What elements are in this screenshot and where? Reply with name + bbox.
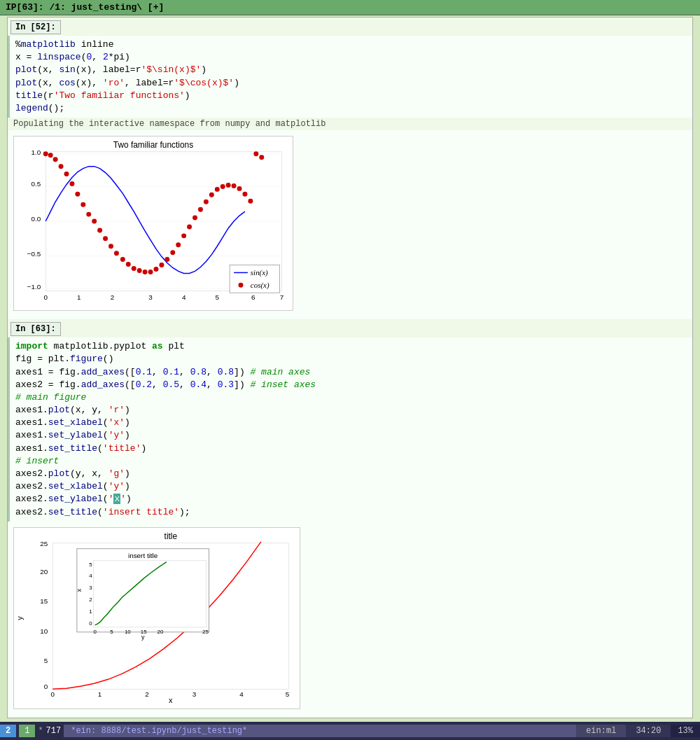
svg-text:10: 10 bbox=[125, 629, 131, 635]
svg-text:0.5: 0.5 bbox=[31, 181, 41, 188]
cell-52: In [52]: %matplotlib inline x = linspace… bbox=[8, 18, 692, 118]
svg-point-36 bbox=[126, 262, 131, 267]
status-file: *ein: 8888/test.ipynb/just_testing* bbox=[64, 725, 576, 737]
svg-rect-83 bbox=[77, 549, 209, 632]
code-line-6: legend(); bbox=[15, 102, 687, 115]
svg-text:25: 25 bbox=[202, 629, 209, 635]
code-line-c63-16: axes2.set_ylabel('x') bbox=[15, 493, 687, 505]
svg-point-39 bbox=[143, 270, 148, 274]
svg-text:4: 4 bbox=[89, 573, 92, 579]
svg-text:7: 7 bbox=[280, 293, 284, 301]
svg-text:0: 0 bbox=[50, 690, 55, 698]
svg-text:cos(x): cos(x) bbox=[251, 281, 270, 290]
svg-text:3: 3 bbox=[89, 585, 92, 591]
svg-text:25: 25 bbox=[40, 540, 48, 547]
code-line-4: plot(x, cos(x), 'ro', label=r'$\cos(x)$'… bbox=[15, 77, 687, 90]
svg-point-28 bbox=[80, 202, 85, 207]
code-line-c63-14: axes2.plot(y, x, 'g') bbox=[15, 468, 687, 480]
svg-text:5: 5 bbox=[216, 293, 220, 301]
svg-point-21 bbox=[43, 151, 48, 156]
svg-text:title: title bbox=[164, 531, 178, 541]
svg-point-52 bbox=[215, 187, 220, 192]
svg-point-46 bbox=[181, 234, 186, 239]
svg-text:−0.5: −0.5 bbox=[27, 250, 41, 258]
svg-point-29 bbox=[86, 212, 91, 217]
svg-text:2: 2 bbox=[111, 293, 115, 301]
svg-text:20: 20 bbox=[40, 568, 48, 575]
cell-52-label: In [52]: bbox=[10, 20, 61, 34]
svg-text:6: 6 bbox=[251, 293, 255, 301]
code-line-c63-4: axes1 = fig.add_axes([0.1, 0.1, 0.8, 0.8… bbox=[15, 366, 687, 379]
svg-point-24 bbox=[59, 164, 64, 169]
svg-point-58 bbox=[248, 199, 253, 204]
cell-63: In [63]: import matplotlib.pyplot as plt… bbox=[8, 319, 692, 522]
svg-point-41 bbox=[153, 267, 158, 272]
code-line-c63-2: fig = plt.figure() bbox=[15, 353, 687, 365]
status-num2: 1 bbox=[19, 725, 35, 737]
svg-point-27 bbox=[75, 192, 80, 197]
svg-point-47 bbox=[187, 225, 192, 230]
chart-52-container: Two familiar functions 1.0 0.5 0.0 −0.5 … bbox=[8, 130, 692, 319]
svg-text:1: 1 bbox=[98, 690, 102, 698]
svg-text:0: 0 bbox=[89, 620, 92, 627]
svg-text:5: 5 bbox=[110, 629, 113, 635]
status-bar: 2 1 * 717 *ein: 8888/test.ipynb/just_tes… bbox=[0, 722, 700, 740]
svg-text:sin(x): sin(x) bbox=[251, 269, 268, 278]
svg-point-44 bbox=[170, 250, 175, 255]
svg-point-33 bbox=[108, 244, 113, 249]
svg-text:2: 2 bbox=[89, 596, 92, 603]
svg-text:15: 15 bbox=[40, 597, 48, 605]
status-cellnum: 717 bbox=[46, 726, 62, 736]
svg-point-40 bbox=[148, 270, 153, 274]
code-line-c63-1: import matplotlib.pyplot as plt bbox=[15, 340, 687, 353]
svg-text:Two familiar functions: Two familiar functions bbox=[113, 140, 193, 150]
svg-text:0: 0 bbox=[44, 683, 48, 690]
svg-text:1.0: 1.0 bbox=[31, 148, 41, 156]
svg-text:20: 20 bbox=[158, 629, 164, 635]
svg-point-45 bbox=[176, 242, 181, 247]
svg-text:−1.0: −1.0 bbox=[27, 283, 41, 291]
svg-point-57 bbox=[242, 192, 247, 197]
svg-point-43 bbox=[164, 257, 169, 262]
svg-text:5: 5 bbox=[286, 690, 290, 698]
status-indicator: * bbox=[38, 726, 43, 736]
svg-text:x: x bbox=[169, 696, 173, 704]
code-line-c63-17: axes2.set_title('insert title'); bbox=[15, 506, 687, 519]
svg-point-26 bbox=[69, 181, 74, 186]
svg-text:4: 4 bbox=[182, 293, 186, 301]
output-text-52: Populating the interactive namespace fro… bbox=[8, 118, 692, 130]
cell-63-label-row: In [63]: bbox=[8, 319, 692, 337]
code-line-c63-15: axes2.set_xlabel('y') bbox=[15, 480, 687, 493]
code-line-c63-7: # main figure bbox=[15, 391, 687, 404]
svg-point-64 bbox=[239, 283, 244, 288]
svg-point-55 bbox=[232, 183, 237, 188]
svg-point-50 bbox=[204, 200, 209, 204]
cell-63-content[interactable]: import matplotlib.pyplot as plt fig = pl… bbox=[8, 337, 692, 522]
svg-text:x: x bbox=[76, 588, 83, 592]
svg-point-38 bbox=[137, 268, 142, 273]
svg-text:10: 10 bbox=[40, 627, 48, 635]
svg-text:3: 3 bbox=[192, 690, 197, 698]
code-line-c63-13: # insert bbox=[15, 455, 687, 468]
svg-text:y: y bbox=[15, 615, 24, 620]
status-mode: ein:ml bbox=[576, 725, 626, 737]
svg-text:0: 0 bbox=[43, 293, 48, 301]
chart-63: title y 25 20 15 10 5 0 x 0 1 2 3 4 5 bbox=[13, 527, 300, 709]
title-text: IP[63]: /1: just_testing\ [+] bbox=[6, 2, 164, 13]
svg-point-48 bbox=[192, 216, 197, 221]
svg-text:3: 3 bbox=[148, 293, 153, 301]
svg-point-59 bbox=[253, 151, 258, 156]
code-line-3: plot(x, sin(x), label=r'$\sin(x)$') bbox=[15, 64, 687, 76]
code-line-c63-5: axes2 = fig.add_axes([0.2, 0.5, 0.4, 0.3… bbox=[15, 379, 687, 391]
code-line-c63-11: axes1.set_title('title') bbox=[15, 442, 687, 455]
svg-point-22 bbox=[48, 153, 53, 158]
svg-text:y: y bbox=[141, 634, 145, 641]
code-line-c63-8: axes1.plot(x, y, 'r') bbox=[15, 404, 687, 417]
svg-point-53 bbox=[220, 184, 225, 189]
svg-text:4: 4 bbox=[239, 690, 244, 698]
code-line-1: %matplotlib inline bbox=[15, 39, 687, 51]
svg-point-56 bbox=[237, 186, 242, 191]
svg-text:insert title: insert title bbox=[128, 551, 158, 559]
svg-text:1: 1 bbox=[77, 293, 81, 301]
cell-52-content[interactable]: %matplotlib inline x = linspace(0, 2*pi)… bbox=[8, 36, 692, 118]
